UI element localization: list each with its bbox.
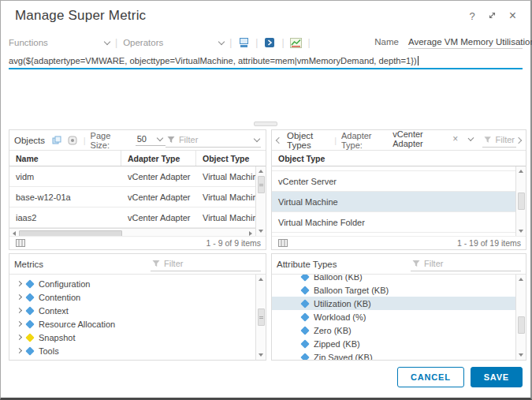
title-bar: Manage Super Metric ? × <box>1 1 530 31</box>
close-icon[interactable]: × <box>509 12 516 20</box>
page-size-label: Page Size: <box>91 131 131 150</box>
chevron-down-icon <box>468 135 474 141</box>
attribute-icon <box>300 286 309 294</box>
tree-item[interactable]: Context <box>9 304 255 317</box>
metric-name-input[interactable]: Average VM Memory Utilisation(KB) <box>408 37 523 49</box>
operators-dropdown[interactable]: Operators <box>123 38 224 47</box>
tree-item[interactable]: Tools <box>9 344 255 357</box>
list-item[interactable]: Workload (%) <box>272 310 515 323</box>
metric-group-icon <box>25 333 34 342</box>
scroll-up-arrow[interactable] <box>256 166 266 176</box>
adapter-type-dropdown[interactable]: vCenter Adapter × <box>391 129 476 151</box>
table-row[interactable]: vidm vCenter Adapter Virtual Machine <box>9 166 255 187</box>
objects-table-body: vidm vCenter Adapter Virtual Machine bas… <box>9 166 255 236</box>
expand-chevron-icon[interactable] <box>17 308 22 313</box>
preview-icon[interactable] <box>263 36 276 49</box>
expand-chevron-icon[interactable] <box>17 335 22 340</box>
vertical-scrollbar[interactable] <box>515 166 526 236</box>
tree-item[interactable]: Contention <box>9 290 255 304</box>
scroll-down-arrow[interactable] <box>256 350 266 360</box>
metrics-filter-input[interactable]: Filter <box>151 257 261 271</box>
metric-group-icon <box>25 306 34 315</box>
chevron-down-icon <box>218 39 225 45</box>
resize-icon[interactable] <box>488 10 497 22</box>
chevron-down-icon <box>104 39 110 45</box>
table-row[interactable]: base-w12-01a vCenter Adapter Virtual Mac… <box>9 187 255 207</box>
tree-item[interactable]: Configuration <box>9 277 255 290</box>
copy-objects-icon[interactable] <box>51 134 63 147</box>
column-chooser-icon[interactable] <box>14 237 27 249</box>
vertical-scrollbar[interactable] <box>255 166 266 236</box>
object-types-panel-footer: 1 - 19 of 19 items <box>272 236 526 249</box>
metric-group-icon <box>25 279 34 288</box>
formula-text: avg(${adaptertype=VMWARE, objecttype=Vir… <box>9 56 417 65</box>
table-row[interactable]: iaas2 vCenter Adapter Virtual Machine <box>9 207 255 228</box>
scrollbar-thumb[interactable] <box>258 176 265 193</box>
attribute-types-panel-header: Attribute Types Filter <box>272 254 526 274</box>
expand-chevron-icon[interactable] <box>17 321 22 327</box>
scrollbar-thumb[interactable] <box>518 193 525 210</box>
formula-toolbar: Functions | Operators | | | | Name Avera… <box>9 34 523 51</box>
attribute-icon <box>300 275 309 281</box>
list-item[interactable]: Zip Saved (KB) <box>272 350 515 360</box>
metric-group-icon <box>25 320 34 328</box>
cancel-button[interactable]: CANCEL <box>397 367 464 387</box>
scroll-down-arrow[interactable] <box>256 226 266 236</box>
save-button[interactable]: SAVE <box>471 367 523 387</box>
attribute-types-title: Attribute Types <box>277 260 337 269</box>
list-item-selected[interactable]: Virtual Machine <box>272 192 515 212</box>
expand-chevron-icon[interactable] <box>17 348 22 353</box>
list-item[interactable]: Balloon (KB) <box>272 275 515 283</box>
metric-group-icon <box>25 346 34 355</box>
attribute-icon <box>300 339 309 348</box>
object-types-table-header: Object Type <box>272 150 526 166</box>
scroll-up-arrow[interactable] <box>516 166 526 176</box>
page-size-dropdown[interactable]: 50 <box>136 134 166 146</box>
funnel-icon <box>167 136 175 144</box>
list-item[interactable]: Zero (KB) <box>272 323 515 337</box>
splitter-handle[interactable] <box>254 121 277 126</box>
objects-filter-input[interactable]: Filter <box>166 133 261 148</box>
expand-chevron-icon[interactable] <box>17 294 22 300</box>
attribute-icon <box>300 299 309 308</box>
scrollbar-thumb[interactable] <box>518 316 525 334</box>
column-header-object-type[interactable]: Object Type <box>196 151 266 166</box>
text-caret <box>418 56 419 65</box>
header-scroll-right-icon[interactable] <box>515 136 522 143</box>
attribute-icon <box>300 353 309 360</box>
formula-input[interactable]: avg(${adaptertype=VMWARE, objecttype=Vir… <box>9 53 523 69</box>
tree-item[interactable]: Resource Allocation <box>9 317 255 331</box>
objects-title: Objects <box>14 136 45 145</box>
deselect-objects-icon[interactable] <box>66 134 78 147</box>
scroll-up-arrow[interactable] <box>256 275 266 284</box>
column-header-object-type[interactable]: Object Type <box>272 151 526 166</box>
help-icon[interactable]: ? <box>469 10 474 22</box>
clear-selection-icon[interactable]: × <box>452 136 458 142</box>
list-item-selected[interactable]: Utilization (KB) <box>272 297 515 310</box>
list-item[interactable]: Virtual Machine Folder <box>272 212 515 233</box>
visualize-chart-icon[interactable] <box>290 36 303 49</box>
object-types-filter-input[interactable]: Filter <box>482 133 516 148</box>
column-header-name[interactable]: Name <box>9 151 121 166</box>
column-header-adapter-type[interactable]: Adapter Type <box>121 151 196 166</box>
tree-item[interactable]: Utilization <box>9 357 255 360</box>
functions-dropdown[interactable]: Functions <box>9 38 110 47</box>
scroll-down-arrow[interactable] <box>516 226 526 236</box>
attribute-types-filter-input[interactable]: Filter <box>411 257 521 271</box>
vertical-scrollbar[interactable] <box>255 275 266 360</box>
list-item[interactable]: Zipped (KB) <box>272 337 515 350</box>
adapter-type-label: Adapter Type: <box>341 131 385 150</box>
vertical-scrollbar[interactable] <box>515 275 526 360</box>
attribute-types-panel: Attribute Types Filter Balloon (KB) Ball… <box>271 253 526 361</box>
scrollbar-thumb[interactable] <box>258 308 265 326</box>
list-item[interactable]: Balloon Target (KB) <box>272 283 515 297</box>
objects-table-header: Name Adapter Type Object Type <box>9 150 266 166</box>
scroll-up-arrow[interactable] <box>516 275 526 284</box>
this-function-icon[interactable] <box>237 36 250 49</box>
column-chooser-icon[interactable] <box>277 237 289 249</box>
scroll-down-arrow[interactable] <box>516 350 526 360</box>
expand-chevron-icon[interactable] <box>17 281 22 286</box>
header-scroll-left-icon[interactable] <box>276 136 282 143</box>
list-item[interactable]: vCenter Server <box>272 171 515 192</box>
tree-item[interactable]: Snapshot <box>9 331 255 344</box>
